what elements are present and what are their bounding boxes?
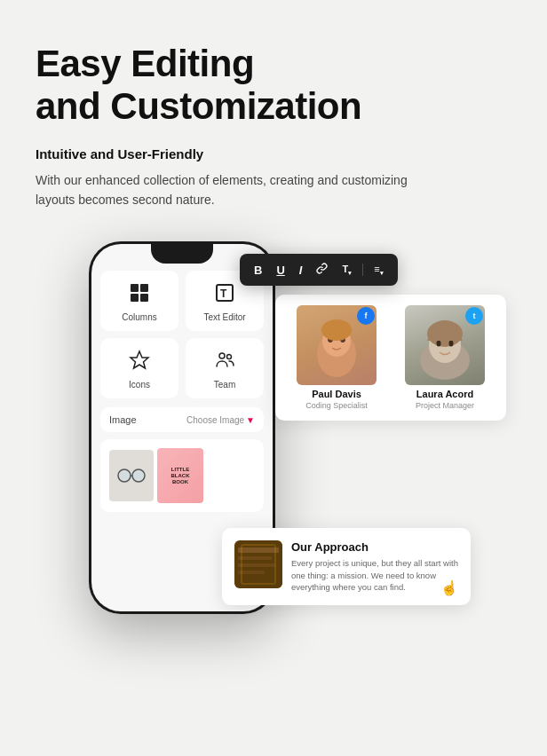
widget-icons[interactable]: Icons [100, 338, 178, 398]
text-editor-label: Text Editor [203, 312, 245, 322]
team-icon [214, 350, 235, 376]
image-row[interactable]: Image Choose Image ▼ [100, 407, 264, 432]
icons-icon [129, 350, 150, 376]
svg-point-16 [321, 319, 352, 341]
svg-rect-24 [238, 556, 272, 560]
link-btn[interactable] [313, 261, 331, 279]
approach-thumbnail [234, 540, 282, 588]
toolbar-separator [362, 264, 363, 276]
widget-team[interactable]: Team [186, 338, 264, 398]
columns-icon [129, 282, 150, 309]
svg-point-9 [118, 469, 131, 482]
team-label: Team [214, 380, 235, 390]
book-card: LITTLEBLACKBOOK [100, 439, 264, 512]
paul-name: Paul Davis [286, 389, 387, 399]
book-cover: LITTLEBLACKBOOK [157, 448, 203, 503]
bold-btn[interactable]: B [250, 262, 266, 279]
italic-btn[interactable]: I [296, 262, 306, 279]
text-style-btn[interactable]: T▾ [338, 262, 355, 279]
svg-point-8 [227, 354, 232, 358]
approach-text: Our Approach Every project is unique, bu… [291, 540, 458, 593]
columns-label: Columns [122, 312, 156, 322]
svg-text:T: T [220, 287, 227, 300]
svg-rect-1 [140, 284, 148, 292]
approach-card: Our Approach Every project is unique, bu… [222, 528, 471, 605]
paul-role: Coding Specialist [286, 401, 387, 410]
chevron-down-icon: ▼ [246, 415, 255, 425]
underline-btn[interactable]: U [273, 262, 288, 279]
svg-marker-6 [131, 351, 148, 368]
image-row-label: Image [109, 414, 137, 425]
page-title: Easy Editing and Customization [36, 43, 511, 129]
svg-rect-0 [131, 284, 139, 292]
choose-image-btn[interactable]: Choose Image ▼ [186, 415, 255, 425]
team-cards-row: f Paul Davis Coding Specialist [275, 295, 506, 421]
team-card-paul: f Paul Davis Coding Specialist [286, 305, 387, 410]
icons-label: Icons [129, 380, 150, 390]
svg-point-21 [449, 341, 454, 347]
text-editor-icon: T [214, 282, 235, 309]
svg-point-10 [132, 469, 145, 482]
approach-description: Every project is unique, but they all st… [291, 557, 458, 593]
team-cards-panel: f Paul Davis Coding Specialist [275, 295, 506, 421]
approach-title: Our Approach [291, 540, 458, 554]
laura-role: Project Manager [394, 401, 495, 410]
phone-notch [151, 244, 213, 264]
svg-rect-25 [238, 563, 275, 567]
svg-rect-23 [238, 547, 279, 553]
page-description: With our enhanced collection of elements… [36, 170, 408, 210]
editor-toolbar: B U I T▾ ≡▾ [240, 254, 398, 286]
svg-rect-3 [140, 294, 148, 302]
widget-grid: Columns T Text Editor [100, 271, 264, 398]
svg-rect-2 [131, 294, 139, 302]
laura-name: Laura Acord [394, 389, 495, 399]
team-card-laura: t Laura Acord Project Manager [394, 305, 495, 410]
widget-columns[interactable]: Columns [100, 271, 178, 331]
page-subtitle: Intuitive and User-Friendly [36, 146, 511, 161]
list-btn[interactable]: ≡▾ [370, 262, 386, 279]
phone-scene: Columns T Text Editor [36, 241, 511, 632]
cursor-icon: ☝ [440, 579, 458, 596]
svg-point-20 [437, 341, 441, 347]
svg-point-7 [219, 353, 225, 358]
